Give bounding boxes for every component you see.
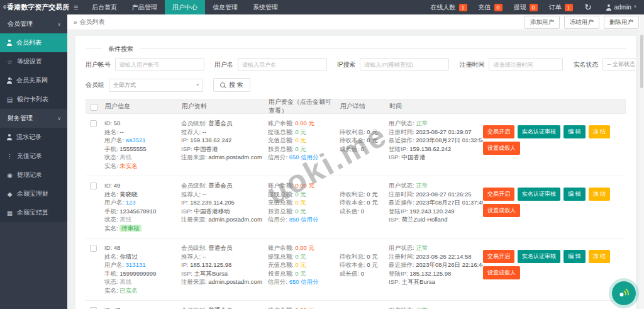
growth-value: 0 bbox=[361, 208, 364, 215]
pending-principal: 0 元 bbox=[367, 137, 377, 143]
sidebar-item-recharge-records[interactable]: ⋮充值记录 bbox=[0, 147, 67, 166]
refresh-icon[interactable]: ↻ bbox=[579, 3, 598, 12]
scrollbar-thumb[interactable] bbox=[640, 35, 643, 88]
add-user-button[interactable]: 添加用户 bbox=[525, 16, 560, 29]
realname-verify-button[interactable]: 实名认证审核 bbox=[518, 188, 560, 201]
recharge-total[interactable]: 0 元 bbox=[295, 137, 306, 143]
table-row: ID: 49 姓名: 黄晓晓 用户名: 123 手机: 12345678910 … bbox=[86, 176, 626, 239]
register-source: admin.postadm.com bbox=[208, 278, 262, 285]
delete-user-button[interactable]: 删除用户 bbox=[604, 16, 639, 29]
sidebar-item-bankcard-list[interactable]: ▤银行卡列表 bbox=[0, 90, 67, 109]
withdraw-total[interactable]: 0 元 bbox=[295, 191, 306, 198]
field-realname-status: 实名状态 -- 全部状态 --▾ bbox=[573, 58, 636, 71]
invest-total[interactable]: 0 元 bbox=[295, 145, 306, 152]
realname-verify-button[interactable]: 实名认证审核 bbox=[518, 250, 560, 263]
search-button[interactable]: 搜 索 bbox=[213, 78, 250, 92]
stat-orders[interactable]: 订单1 bbox=[543, 3, 579, 12]
admin-menu[interactable]: admin ^ bbox=[598, 4, 644, 11]
growth-value: 0 bbox=[361, 145, 364, 152]
sidebar-item-member-list[interactable]: 会员列表 bbox=[0, 33, 67, 52]
credit-score[interactable]: 650 信用分 bbox=[289, 278, 319, 285]
realname-status-select[interactable]: -- 全部状态 --▾ bbox=[602, 58, 636, 71]
sidebar-group-finance[interactable]: 财务管理∨ bbox=[0, 109, 67, 128]
edit-button[interactable]: 编 辑 bbox=[564, 250, 586, 263]
referrer: -- bbox=[203, 191, 206, 198]
ip-search-input[interactable] bbox=[360, 58, 449, 71]
field-register-time: 注册时间 bbox=[459, 58, 563, 71]
balance-value[interactable]: 0.00 元 bbox=[295, 120, 314, 126]
set-fake-user-button[interactable]: 设置成假人 bbox=[483, 142, 520, 155]
login-isp: 土耳其Bursa bbox=[402, 278, 435, 285]
sidebar-item-yuebao-settle[interactable]: ▦余额宝结算 bbox=[0, 203, 67, 222]
table-row: ID: 47 姓名: 无 用户名: lcf1234567 手机: 1234567… bbox=[86, 301, 626, 309]
invest-total[interactable]: 0 元 bbox=[295, 208, 306, 215]
main-content: 条件搜索 用户帐号 用户名 IP搜索 注册时间 bbox=[67, 30, 644, 309]
sidebar-group-members[interactable]: 会员管理∨ bbox=[0, 14, 67, 33]
realname-verify-button[interactable]: 实名认证审核 bbox=[518, 125, 560, 138]
set-fake-user-button[interactable]: 设置成假人 bbox=[483, 204, 520, 217]
account-input[interactable] bbox=[115, 58, 204, 71]
sidebar-item-flow-records[interactable]: 流水记录 bbox=[0, 128, 67, 147]
balance-value[interactable]: 0.00 元 bbox=[295, 306, 314, 309]
row-checkbox[interactable] bbox=[90, 120, 97, 127]
recharge-total[interactable]: 0 元 bbox=[295, 199, 306, 206]
time-cell: 用户状态: 正常 注册时间: 2023-08-27 01:29:07 最近操作:… bbox=[389, 119, 483, 170]
trade-open-button[interactable]: 交易开启 bbox=[483, 188, 514, 201]
username-input[interactable] bbox=[238, 58, 327, 71]
freeze-user-button[interactable]: 冻结用户 bbox=[564, 16, 599, 29]
table-row: ID: 48 姓名: 你猜过 用户名: 313131 手机: 159999999… bbox=[86, 239, 626, 301]
balance-value[interactable]: 0.00 元 bbox=[295, 182, 314, 189]
user-profile-cell: 会员级别: 普通会员 推荐人: -- IP: 159.138.62.242 IS… bbox=[181, 119, 268, 170]
stat-recharge[interactable]: 充值0 bbox=[473, 3, 508, 12]
username-link[interactable]: 313131 bbox=[126, 261, 146, 268]
nav-user-center[interactable]: 用户中心 bbox=[165, 0, 205, 14]
set-fake-user-button[interactable]: 设置成假人 bbox=[483, 266, 520, 279]
pending-principal: 0 元 bbox=[367, 261, 377, 268]
user-id: 49 bbox=[114, 182, 121, 189]
nav-home[interactable]: 后台首页 bbox=[84, 0, 125, 14]
withdraw-total[interactable]: 0 元 bbox=[295, 128, 306, 135]
stat-online[interactable]: 在线人数1 bbox=[425, 3, 473, 12]
withdraw-total[interactable]: 0 元 bbox=[295, 253, 306, 260]
edit-button[interactable]: 编 辑 bbox=[564, 125, 586, 138]
realname-value: 待审核 bbox=[119, 225, 142, 232]
stat-withdraw[interactable]: 提现0 bbox=[508, 3, 543, 12]
hamburger-icon[interactable]: ≡ bbox=[67, 0, 84, 14]
pending-interest: 0 元 bbox=[367, 253, 377, 260]
sidebar-item-relation-network[interactable]: 会员关系网 bbox=[0, 71, 67, 90]
row-checkbox[interactable] bbox=[90, 245, 97, 252]
recharge-total[interactable]: 0 元 bbox=[295, 261, 306, 268]
settle-icon: ▦ bbox=[6, 210, 13, 216]
register-time: 2023-08-26 22:14:58 bbox=[416, 253, 471, 260]
last-operation-time: 2023年08月27日 01:32:54 bbox=[416, 137, 483, 143]
register-time-input[interactable] bbox=[489, 58, 563, 71]
member-group-select[interactable]: 全部方式▾ bbox=[109, 79, 203, 92]
last-operation-time: 2023年08月26日 22:16:44 bbox=[416, 261, 483, 268]
sidebar-item-yuebao-invest[interactable]: ◆余额宝理财 bbox=[0, 184, 67, 203]
trade-open-button[interactable]: 交易开启 bbox=[483, 250, 514, 263]
nav-system[interactable]: 系统管理 bbox=[245, 0, 286, 14]
freeze-button[interactable]: 冻 结 bbox=[589, 125, 611, 138]
user-details-cell: 待收利息: 0 元 待收本金: 0 元 成长值: 0 bbox=[340, 306, 389, 309]
nav-info[interactable]: 信息管理 bbox=[205, 0, 245, 14]
user-id: 48 bbox=[114, 244, 121, 251]
username-link[interactable]: aa3521 bbox=[126, 137, 146, 143]
balance-value[interactable]: 0.00 元 bbox=[295, 244, 314, 251]
credit-score[interactable]: 650 信用分 bbox=[289, 154, 319, 160]
username-link[interactable]: 123 bbox=[126, 199, 136, 206]
scrollbar-track[interactable] bbox=[640, 14, 644, 309]
select-all-checkbox[interactable] bbox=[91, 104, 97, 111]
referrer: -- bbox=[203, 253, 206, 260]
trade-open-button[interactable]: 交易开启 bbox=[483, 125, 514, 138]
bankcard-icon: ▤ bbox=[6, 96, 13, 103]
invest-total[interactable]: 0 元 bbox=[295, 270, 306, 277]
row-checkbox[interactable] bbox=[90, 183, 97, 189]
sidebar-item-level-settings[interactable]: ☆等级设置 bbox=[0, 52, 67, 71]
freeze-button[interactable]: 冻 结 bbox=[589, 188, 611, 201]
sidebar-item-withdraw-records[interactable]: ◉提现记录 bbox=[0, 166, 67, 184]
edit-button[interactable]: 编 辑 bbox=[564, 188, 586, 201]
freeze-button[interactable]: 冻 结 bbox=[589, 250, 611, 263]
credit-score[interactable]: 850 信用分 bbox=[289, 216, 319, 223]
nav-products[interactable]: 产品管理 bbox=[125, 0, 165, 14]
customer-service-button[interactable] bbox=[612, 281, 636, 305]
